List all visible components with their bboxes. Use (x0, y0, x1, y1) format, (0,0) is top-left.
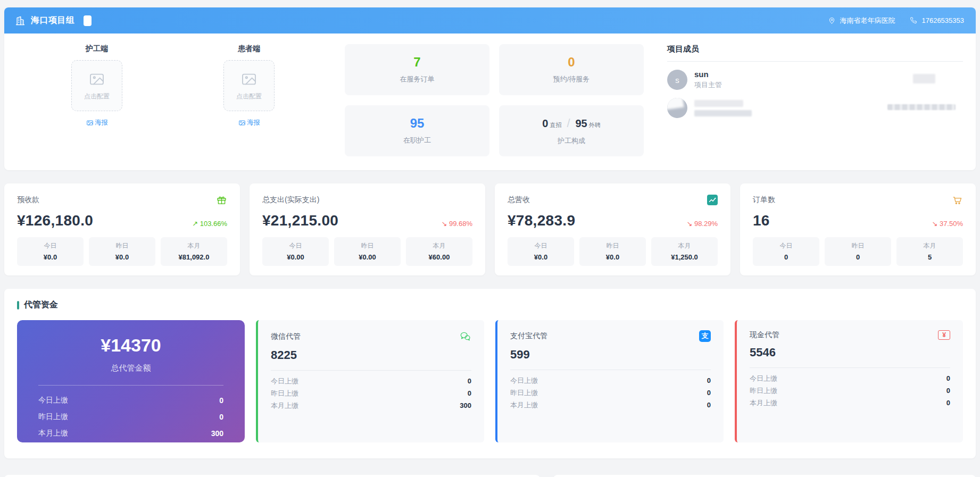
divider (510, 370, 711, 370)
trend-arrow-icon: ↘ (441, 220, 447, 228)
row-label: 昨日上缴 (38, 412, 68, 422)
trend-value: 37.50% (940, 220, 963, 228)
project-header: 海口项目组 海南省老年病医院 (4, 7, 976, 34)
period-tile-month: 本月 5 (896, 237, 963, 266)
direct-hire-value: 0 (542, 118, 548, 130)
period-tile-month: 本月 ¥1,250.0 (651, 237, 718, 266)
channel-value: 599 (510, 348, 711, 362)
divider (271, 370, 471, 371)
service-stats-grid: 7 在服务订单 0 预约/待服务 95 在职护工 0 直招 / 95 (345, 44, 644, 156)
channel-row-month: 本月上缴 0 (750, 397, 950, 409)
stat-label: 在职护工 (403, 136, 431, 145)
finance-card-label: 总支出(实际支出) (262, 195, 319, 205)
escrow-total-label: 总代管金额 (38, 363, 223, 373)
channel-row-today: 今日上缴 0 (750, 372, 950, 384)
patient-poster-link[interactable]: 海报 (238, 118, 260, 127)
finance-card-revenue: 总营收 ¥78,283.9 ↘ 98.29% 今日 ¥0.0 (495, 183, 730, 275)
stat-label: 护工构成 (558, 136, 585, 146)
outsourced-label: 外聘 (589, 121, 601, 129)
period-value: ¥60.00 (406, 253, 472, 261)
trend-value: 99.68% (449, 220, 472, 228)
redacted-phone (887, 104, 956, 110)
period-tile-yesterday: 昨日 ¥0.0 (579, 237, 646, 266)
image-placeholder-icon (240, 71, 258, 88)
member-row: s sun 项目主管 (667, 70, 963, 90)
patient-config-upload-box[interactable]: 点击配置 (223, 60, 275, 111)
divider (667, 61, 963, 62)
row-label: 本月上缴 (510, 400, 538, 410)
finance-card-prepaid: 预收款 ¥126,180.0 ↗ 103.66% 今日 ¥0.0 (4, 183, 240, 275)
config-panel-caregiver: 护工端 点击配置 (68, 44, 126, 156)
stat-tile-caregiver-composition: 0 直招 / 95 外聘 护工构成 (499, 105, 644, 156)
cash-icon: ¥ (938, 330, 950, 340)
period-label: 今日 (508, 241, 574, 250)
stat-tile-active-caregivers: 95 在职护工 (345, 105, 489, 156)
escrow-total-value: ¥14370 (38, 335, 223, 356)
period-value: ¥0.00 (334, 253, 401, 261)
member-role: 项目主管 (694, 80, 722, 90)
outsourced-value: 95 (576, 118, 587, 130)
direct-hire-label: 直招 (550, 121, 561, 129)
escrow-row-today: 今日上缴 0 (38, 392, 223, 408)
image-placeholder-icon (88, 71, 105, 88)
row-value: 0 (946, 387, 950, 395)
channel-row-today: 今日上缴 0 (510, 374, 711, 387)
period-value: ¥0.0 (89, 253, 155, 261)
trend-down: ↘ 98.29% (686, 220, 718, 228)
period-value: ¥0.0 (17, 253, 84, 261)
section-title: 代管资金 (24, 299, 58, 311)
period-value: ¥0.0 (579, 253, 646, 261)
partial-card (4, 475, 540, 477)
channel-row-yesterday: 昨日上缴 0 (271, 387, 471, 399)
contact-phone: 17626535353 (921, 16, 964, 24)
row-value: 300 (211, 429, 223, 438)
config-panel-title: 护工端 (86, 44, 108, 54)
stat-value: 0 (568, 56, 575, 69)
app-config-area: 护工端 点击配置 (17, 44, 304, 156)
row-value: 0 (219, 413, 223, 421)
row-label: 今日上缴 (750, 374, 777, 383)
trend-arrow-icon: ↗ (192, 220, 198, 228)
phone-icon (910, 16, 918, 24)
poster-link-label: 海报 (95, 118, 108, 127)
escrow-row-month: 本月上缴 300 (38, 425, 223, 441)
trend-arrow-icon: ↘ (932, 220, 937, 228)
phone-meta: 17626535353 (910, 16, 964, 24)
section-title-row: 代管资金 (17, 299, 963, 311)
members-title: 项目成员 (667, 44, 963, 54)
period-tile-month: 本月 ¥60.00 (406, 237, 472, 266)
row-value: 0 (946, 399, 950, 407)
channel-row-yesterday: 昨日上缴 0 (510, 387, 711, 399)
stat-tile-pending-service: 0 预约/待服务 (499, 44, 644, 95)
period-label: 本月 (406, 241, 472, 250)
hospital-meta: 海南省老年病医院 (828, 16, 895, 26)
period-tile-yesterday: 昨日 ¥0.00 (334, 237, 401, 266)
project-members: 项目成员 s sun 项目主管 (667, 44, 963, 156)
row-value: 0 (707, 389, 711, 397)
row-value: 0 (946, 374, 950, 382)
project-badge (84, 15, 92, 26)
period-tile-yesterday: 昨日 0 (825, 237, 891, 266)
trend-down: ↘ 37.50% (932, 220, 963, 228)
finance-card-value: 16 (753, 212, 770, 229)
wechat-icon (459, 330, 471, 342)
caregiver-config-upload-box[interactable]: 点击配置 (71, 60, 122, 111)
trend-down: ↘ 99.68% (441, 220, 472, 228)
hospital-name: 海南省老年病医院 (840, 16, 895, 26)
redacted-role (694, 110, 752, 116)
row-label: 本月上缴 (271, 401, 298, 411)
period-value: ¥0.0 (508, 253, 574, 261)
row-label: 今日上缴 (271, 376, 298, 386)
channel-row-month: 本月上缴 0 (510, 399, 711, 411)
trend-value: 103.66% (200, 220, 227, 228)
project-header-left: 海口项目组 (15, 15, 92, 26)
period-label: 昨日 (579, 241, 646, 250)
redacted-value (913, 74, 935, 83)
caregiver-poster-link[interactable]: 海报 (86, 118, 108, 127)
finance-card-expense: 总支出(实际支出) ¥21,215.00 ↘ 99.68% 今日 ¥0.00 昨… (250, 183, 485, 275)
row-label: 昨日上缴 (271, 389, 298, 398)
period-label: 本月 (651, 241, 718, 250)
project-title: 海口项目组 (31, 15, 75, 26)
row-value: 0 (468, 389, 471, 397)
channel-row-today: 今日上缴 0 (271, 375, 471, 387)
